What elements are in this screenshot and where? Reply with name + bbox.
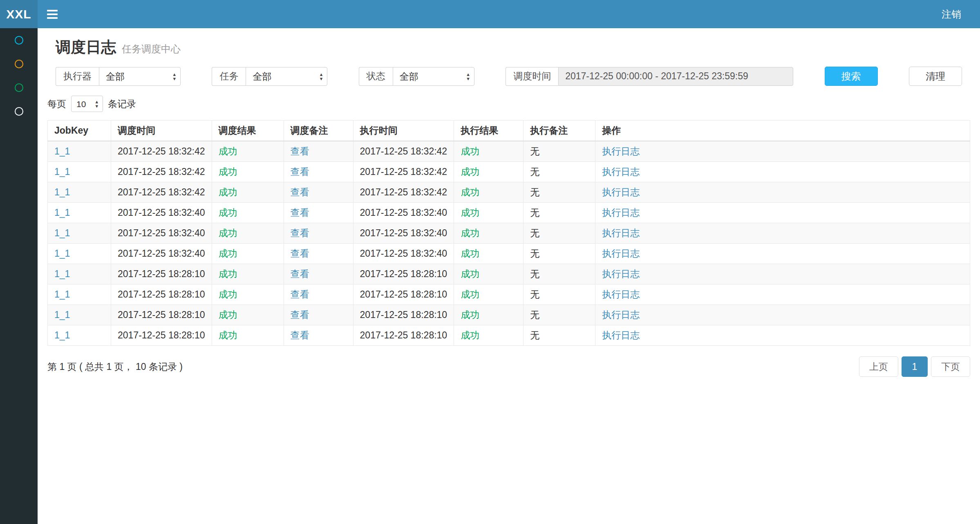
table-row: 1_1 2017-12-25 18:28:10 成功 查看 2017-12-25… — [48, 264, 970, 284]
action-cell: 执行日志 — [595, 182, 970, 203]
exec-log-link[interactable]: 执行日志 — [602, 248, 640, 259]
exec-log-link[interactable]: 执行日志 — [602, 309, 640, 320]
sched-remark-link[interactable]: 查看 — [291, 289, 309, 300]
jobkey-link[interactable]: 1_1 — [54, 330, 70, 340]
sched-result-cell: 成功 — [212, 162, 284, 182]
sched-time-cell: 2017-12-25 18:28:10 — [111, 305, 212, 325]
status-filter-group: 状态 全部 ▴▾ — [359, 67, 474, 86]
exec-result-cell: 成功 — [454, 203, 524, 223]
search-button[interactable]: 搜索 — [825, 67, 878, 86]
sched-remark-link[interactable]: 查看 — [291, 207, 309, 218]
sched-remark-link[interactable]: 查看 — [291, 269, 309, 279]
exec-log-link[interactable]: 执行日志 — [602, 289, 640, 300]
jobkey-link[interactable]: 1_1 — [54, 269, 70, 279]
sidebar-item-aqua[interactable] — [0, 28, 38, 52]
circle-icon — [15, 107, 23, 116]
exec-log-link[interactable]: 执行日志 — [602, 187, 640, 197]
sched-remark-link[interactable]: 查看 — [291, 330, 309, 340]
sched-result-text: 成功 — [219, 228, 237, 238]
sched-remark-link[interactable]: 查看 — [291, 248, 309, 259]
sched-remark-link[interactable]: 查看 — [291, 146, 309, 157]
sched-remark-link[interactable]: 查看 — [291, 187, 309, 197]
jobkey-link[interactable]: 1_1 — [54, 207, 70, 218]
table-row: 1_1 2017-12-25 18:32:40 成功 查看 2017-12-25… — [48, 203, 970, 223]
sched-remark-cell: 查看 — [284, 203, 353, 223]
executor-select[interactable]: 全部 — [99, 67, 181, 86]
exec-result-text: 成功 — [461, 146, 479, 157]
exec-log-link[interactable]: 执行日志 — [602, 228, 640, 238]
dispatch-log-table: JobKey 调度时间 调度结果 调度备注 执行时间 执行结果 执行备注 操作 … — [47, 120, 970, 346]
action-cell: 执行日志 — [595, 244, 970, 264]
table-row: 1_1 2017-12-25 18:28:10 成功 查看 2017-12-25… — [48, 325, 970, 346]
clean-button[interactable]: 清理 — [909, 67, 962, 86]
table-row: 1_1 2017-12-25 18:28:10 成功 查看 2017-12-25… — [48, 284, 970, 305]
sched-time-cell: 2017-12-25 18:32:40 — [111, 223, 212, 244]
sidebar-item-green[interactable] — [0, 76, 38, 99]
jobkey-link[interactable]: 1_1 — [54, 187, 70, 197]
jobkey-link[interactable]: 1_1 — [54, 289, 70, 300]
page-1-button[interactable]: 1 — [902, 356, 928, 377]
jobkey-link[interactable]: 1_1 — [54, 248, 70, 259]
pagination-summary: 第 1 页 ( 总共 1 页， 10 条记录 ) — [47, 361, 183, 373]
exec-result-cell: 成功 — [454, 223, 524, 244]
column-header-jobkey: JobKey — [48, 121, 111, 141]
sched-remark-cell: 查看 — [284, 141, 353, 162]
pagination: 上页 1 下页 — [859, 356, 970, 377]
sched-remark-link[interactable]: 查看 — [291, 309, 309, 320]
exec-remark-cell: 无 — [524, 223, 595, 244]
jobkey-link[interactable]: 1_1 — [54, 228, 70, 238]
sched-result-text: 成功 — [219, 330, 237, 340]
column-header-action: 操作 — [595, 121, 970, 141]
exec-log-link[interactable]: 执行日志 — [602, 330, 640, 340]
sched-remark-link[interactable]: 查看 — [291, 228, 309, 238]
sidebar-item-yellow[interactable] — [0, 52, 38, 76]
exec-log-link[interactable]: 执行日志 — [602, 269, 640, 279]
sched-result-text: 成功 — [219, 289, 237, 300]
sidebar-item-white[interactable] — [0, 99, 38, 123]
exec-log-link[interactable]: 执行日志 — [602, 146, 640, 157]
jobkey-link[interactable]: 1_1 — [54, 309, 70, 320]
logout-link[interactable]: 注销 — [923, 0, 980, 28]
table-row: 1_1 2017-12-25 18:32:42 成功 查看 2017-12-25… — [48, 162, 970, 182]
action-cell: 执行日志 — [595, 325, 970, 346]
action-cell: 执行日志 — [595, 284, 970, 305]
table-row: 1_1 2017-12-25 18:32:40 成功 查看 2017-12-25… — [48, 223, 970, 244]
exec-time-cell: 2017-12-25 18:28:10 — [353, 284, 454, 305]
sched-remark-cell: 查看 — [284, 182, 353, 203]
top-navbar: XXL 注销 — [0, 0, 980, 28]
exec-time-cell: 2017-12-25 18:32:42 — [353, 182, 454, 203]
action-cell: 执行日志 — [595, 141, 970, 162]
next-page-button[interactable]: 下页 — [931, 356, 970, 377]
prev-page-button[interactable]: 上页 — [859, 356, 898, 377]
exec-log-link[interactable]: 执行日志 — [602, 207, 640, 218]
sched-remark-cell: 查看 — [284, 223, 353, 244]
table-header-row: JobKey 调度时间 调度结果 调度备注 执行时间 执行结果 执行备注 操作 — [48, 121, 970, 141]
exec-remark-cell: 无 — [524, 162, 595, 182]
status-select[interactable]: 全部 — [393, 67, 474, 86]
column-header-exec-remark: 执行备注 — [524, 121, 595, 141]
sched-remark-cell: 查看 — [284, 244, 353, 264]
exec-result-text: 成功 — [461, 330, 479, 340]
jobkey-link[interactable]: 1_1 — [54, 166, 70, 177]
sched-remark-link[interactable]: 查看 — [291, 166, 309, 177]
page-size-select[interactable]: 10 — [71, 96, 103, 112]
circle-icon — [15, 60, 23, 68]
jobkey-link[interactable]: 1_1 — [54, 146, 70, 157]
sched-result-cell: 成功 — [212, 203, 284, 223]
jobkey-cell: 1_1 — [48, 325, 111, 346]
action-cell: 执行日志 — [595, 223, 970, 244]
schedule-time-range-input[interactable] — [558, 67, 793, 86]
action-cell: 执行日志 — [595, 305, 970, 325]
sidebar-toggle-button[interactable] — [38, 0, 67, 28]
job-select[interactable]: 全部 — [246, 67, 327, 86]
action-cell: 执行日志 — [595, 162, 970, 182]
schedule-time-filter-group: 调度时间 — [506, 67, 793, 86]
table-row: 1_1 2017-12-25 18:32:42 成功 查看 2017-12-25… — [48, 141, 970, 162]
exec-log-link[interactable]: 执行日志 — [602, 166, 640, 177]
sched-remark-cell: 查看 — [284, 162, 353, 182]
sched-time-cell: 2017-12-25 18:32:40 — [111, 244, 212, 264]
app-logo[interactable]: XXL — [0, 0, 38, 28]
sched-remark-cell: 查看 — [284, 284, 353, 305]
sched-result-cell: 成功 — [212, 244, 284, 264]
sched-time-cell: 2017-12-25 18:32:40 — [111, 203, 212, 223]
